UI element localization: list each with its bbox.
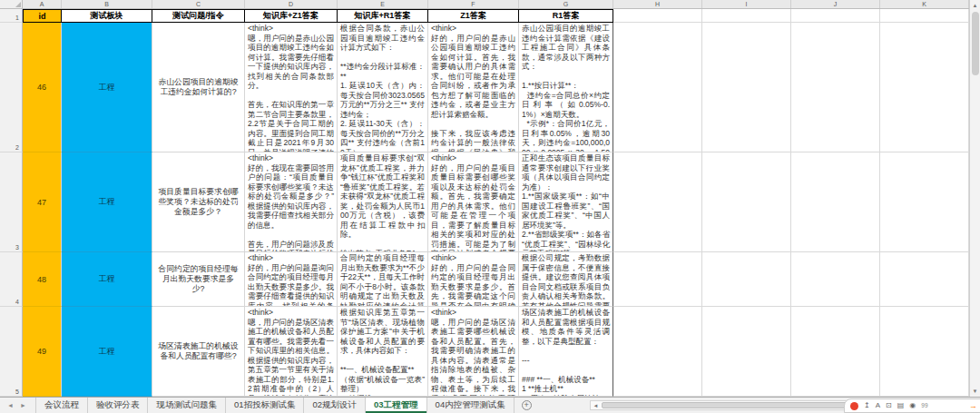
expand-arrow-icon[interactable]: → — [969, 401, 977, 410]
cell-kb-r1-47[interactable]: 项目质量目标要求创“双龙杯”优质工程奖，并力争“钱江杯”优质工程奖和“鲁班奖”优… — [338, 152, 428, 252]
cell-z1-46[interactable]: <think> 好的，用户问的是赤山公园项目逾期竣工违约金如何计算。首先，我需要… — [428, 23, 519, 152]
empty-cells-region[interactable] — [613, 9, 969, 23]
sheet-tab-acceptance-score[interactable]: 验收评分表 — [88, 398, 149, 413]
row-header-3[interactable]: 3 — [0, 152, 23, 252]
sheet-tab-04-internal-control[interactable]: 04内控管理测试集 — [427, 398, 514, 413]
scroll-down-icon[interactable]: ▼ — [970, 386, 980, 397]
table-row: 5 49 工程 场区清表施工的机械设备和人员配置有哪些? <think> 嗯，用… — [0, 307, 969, 397]
screenshot-icon[interactable]: ⊡ — [886, 402, 892, 409]
cell-r1-46[interactable]: 赤山公园项目的逾期竣工违约金计算需依据《建设工程施工合同》具体条款，通常涉及以下… — [519, 23, 613, 152]
cell-id-48[interactable]: 48 — [23, 252, 62, 307]
empty-cells-region[interactable] — [613, 307, 969, 397]
cell-module-48[interactable]: 工程 — [62, 252, 152, 307]
header-row: 1 id 测试板块 测试问题/指令 知识库+Z1答案 知识库+R1答案 Z1答案… — [0, 9, 969, 23]
table-row: 3 47 工程 项目质量目标要求创哪些奖项？未达标的处罚金额是多少？ <thin… — [0, 152, 969, 252]
tabs-scroll-left-icon[interactable]: ◄ — [7, 402, 14, 408]
cell-kb-z1-48[interactable]: <think> 好的，用户的问题是询问合同约定的项目经理每月出勤天数要求是多少。… — [245, 252, 338, 307]
cell-r1-48[interactable]: 根据公司规定，考勤数据属于保密信息，不便直接提供。建议您查阅具体项目合同文档或联… — [519, 252, 613, 307]
cell-id-47[interactable]: 47 — [23, 152, 62, 252]
row-header-1[interactable]: 1 — [0, 9, 23, 23]
row-header-4[interactable]: 4 — [0, 252, 23, 307]
cell-r1-49[interactable]: 场区清表施工的机械设备和人员配置需根据项目规模、地质条件等灵活调整，以下是典型配… — [519, 307, 613, 397]
header-cell-kb-r1[interactable]: 知识库+R1答案 — [338, 9, 428, 23]
select-all-triangle-icon — [15, 2, 21, 7]
column-header-A[interactable]: A — [23, 0, 62, 8]
browser-extension-logo-icon[interactable] — [850, 402, 858, 410]
table-row: 2 46 工程 赤山公园项目的逾期竣工违约金如何计算的? <think> 嗯，用… — [0, 23, 969, 152]
vertical-scrollbar[interactable]: ▲ ▼ — [969, 0, 980, 397]
cell-question-46[interactable]: 赤山公园项目的逾期竣工违约金如何计算的? — [152, 23, 245, 152]
floating-toolbar: ↥ A ⊡ ▤ ◉ 99 → — [844, 398, 980, 413]
empty-cells-region[interactable] — [613, 152, 969, 252]
sheet-tab-01-bidding[interactable]: 01招投标测试集 — [226, 398, 305, 413]
column-header-I[interactable]: I — [702, 0, 791, 8]
empty-cells-region[interactable] — [613, 252, 969, 307]
upload-icon[interactable]: ↥ — [864, 402, 870, 409]
cell-z1-48[interactable]: <think> 好的，用户问的是合同约定的项目经理每月出勤天数要求是多少。首先，… — [428, 252, 519, 307]
add-sheet-button[interactable]: + — [514, 398, 539, 413]
row-header-5[interactable]: 5 — [0, 307, 23, 397]
header-cell-id[interactable]: id — [23, 9, 62, 23]
spreadsheet-app: A B C D E F G H I J K 1 id 测试板块 测试问题/指令 … — [0, 0, 980, 413]
sheet-tab-bar: ◄ ► 会议流程 验收评分表 现场测试问题集 01招投标测试集 02规划设计 0… — [0, 397, 980, 413]
scroll-left-icon[interactable]: ◄ — [591, 403, 601, 408]
sheet-tab-03-engineering-active[interactable]: 03工程管理 — [366, 398, 427, 413]
column-header-F[interactable]: F — [428, 0, 519, 8]
column-header-B[interactable]: B — [62, 0, 152, 8]
cell-id-49[interactable]: 49 — [23, 307, 62, 397]
palette-icon[interactable]: ◉ — [909, 402, 916, 409]
cell-kb-z1-49[interactable]: <think> 嗯，用户问的是场区清表施工的机械设备和人员配置有哪些。我需要先看… — [245, 307, 338, 397]
column-header-C[interactable]: C — [152, 0, 245, 8]
table-row: 4 48 工程 合同约定的项目经理每月出勤天数要求是多少? <think> 好的… — [0, 252, 969, 307]
column-letters-row: A B C D E F G H I J K — [0, 0, 980, 9]
row-header-2[interactable]: 2 — [0, 23, 23, 152]
cell-question-48[interactable]: 合同约定的项目经理每月出勤天数要求是多少? — [152, 252, 245, 307]
header-cell-kb-z1[interactable]: 知识库+Z1答案 — [245, 9, 338, 23]
cell-z1-49[interactable]: <think> 嗯，用户问的是场区清表施工需要哪些机械设备和人员配置。首先，我需… — [428, 307, 519, 397]
cell-kb-r1-49[interactable]: 根据知识库第五章第一节“场区清表、现场植物保护施工方案”中关于机械设备和人员配置… — [338, 307, 428, 397]
cell-module-49[interactable]: 工程 — [62, 307, 152, 397]
plus-icon: + — [522, 400, 532, 410]
column-header-G[interactable]: G — [519, 0, 613, 8]
cell-z1-47[interactable]: <think> 好的，用户问的是项目质量目标需要创哪些奖项以及未达标的处罚金额。… — [428, 152, 519, 252]
cell-id-46[interactable]: 46 — [23, 23, 62, 152]
tabs-scroll-right-icon[interactable]: ► — [20, 402, 26, 408]
select-all-button[interactable] — [0, 0, 23, 8]
cell-kb-r1-46[interactable]: 根据合同条款，赤山公园项目逾期竣工违约金计算方式如下： **违约金分段计算标准：… — [338, 23, 428, 152]
column-header-J[interactable]: J — [791, 0, 880, 8]
grid-tool-icon[interactable]: ▤ — [897, 402, 905, 409]
header-cell-r1[interactable]: R1答案 — [519, 9, 613, 23]
empty-cells-region[interactable] — [613, 23, 969, 152]
sheet-tab-meeting-flow[interactable]: 会议流程 — [36, 398, 88, 413]
header-cell-z1[interactable]: Z1答案 — [428, 9, 519, 23]
column-header-H[interactable]: H — [613, 0, 702, 8]
header-cell-question[interactable]: 测试问题/指令 — [152, 9, 245, 23]
cell-kb-z1-46[interactable]: <think> 嗯，用户问的是赤山公园项目的逾期竣工违约金如何计算。我需要先仔细… — [245, 23, 338, 152]
text-tool-icon[interactable]: A — [876, 402, 880, 409]
cell-kb-r1-48[interactable]: 合同约定的项目经理每月出勤天数要求为**不少于22天**，且每天工作时间不小于8… — [338, 252, 428, 307]
column-header-D[interactable]: D — [245, 0, 338, 8]
cell-question-47[interactable]: 项目质量目标要求创哪些奖项？未达标的处罚金额是多少？ — [152, 152, 245, 252]
sheet-tab-field-test-questions[interactable]: 现场测试问题集 — [148, 398, 226, 413]
sheet-tab-02-planning[interactable]: 02规划设计 — [304, 398, 366, 413]
column-header-E[interactable]: E — [338, 0, 428, 8]
column-header-K[interactable]: K — [880, 0, 969, 8]
cell-module-46[interactable]: 工程 — [62, 23, 152, 152]
cell-module-47[interactable]: 工程 — [62, 152, 152, 252]
header-cell-module[interactable]: 测试板块 — [62, 9, 152, 23]
cell-kb-z1-47[interactable]: <think> 好的，我现在需要回答用户的问题：“项目质量目标要求创哪些奖项？未… — [245, 152, 338, 252]
cell-question-49[interactable]: 场区清表施工的机械设备和人员配置有哪些? — [152, 307, 245, 397]
notification-badge: 99 — [921, 403, 927, 409]
tab-nav: ◄ ► — [0, 398, 36, 413]
cell-r1-47[interactable]: 正和生态该项目质量目标通常要求创建以下行业奖项（具体以项目合同约定为准）： 1.… — [519, 152, 613, 252]
scroll-up-icon[interactable]: ▲ — [970, 0, 980, 11]
vertical-scrollbar-thumb[interactable] — [972, 12, 979, 75]
